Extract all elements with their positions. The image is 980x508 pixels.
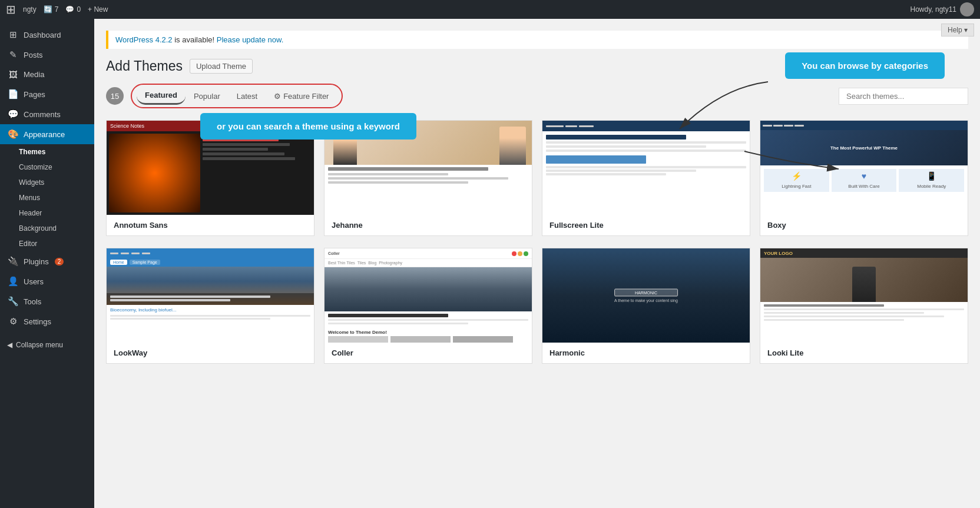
posts-icon: ✎ xyxy=(7,49,19,60)
theme-card-looki-lite[interactable]: YOUR LOGO Looki Lite xyxy=(760,248,968,364)
collapse-menu-button[interactable]: ◀ Collapse menu xyxy=(0,336,94,354)
sidebar-item-media[interactable]: 🖼 Media xyxy=(0,65,94,84)
howdy-label: Howdy, ngty11 xyxy=(911,2,975,16)
sidebar-item-users[interactable]: 👤 Users xyxy=(0,271,94,291)
page-title: Add Themes xyxy=(106,58,183,74)
sidebar-sub-customize[interactable]: Customize xyxy=(0,160,94,175)
sidebar-item-label: Users xyxy=(24,277,44,286)
sidebar-sub-header[interactable]: Header xyxy=(0,205,94,221)
theme-name: Looki Lite xyxy=(760,343,968,363)
sidebar-item-label: Settings xyxy=(24,317,51,326)
theme-thumbnail: YOUR LOGO xyxy=(760,248,968,343)
tools-icon: 🔧 xyxy=(7,296,19,307)
theme-name: Jehanne xyxy=(325,215,532,235)
sidebar-item-appearance[interactable]: 🎨 Appearance xyxy=(0,124,94,144)
search-themes-input[interactable] xyxy=(839,88,968,105)
theme-card-boxy[interactable]: The Most Powerful WP Theme ⚡ Lightning F… xyxy=(760,120,968,236)
plugins-icon: 🔌 xyxy=(7,256,19,267)
sidebar-sub-editor[interactable]: Editor xyxy=(0,236,94,251)
media-icon: 🖼 xyxy=(7,69,19,79)
plugins-badge: 2 xyxy=(55,258,64,265)
filter-tab-latest[interactable]: Latest xyxy=(229,88,266,104)
wp-logo-icon[interactable]: ⊞ xyxy=(6,2,16,16)
comments-icon: 💬 xyxy=(7,109,19,119)
theme-name: Boxy xyxy=(760,215,968,235)
sidebar-item-comments[interactable]: 💬 Comments xyxy=(0,104,94,124)
sidebar-item-label: Posts xyxy=(24,51,43,59)
theme-name: LookWay xyxy=(107,343,314,363)
filter-tab-feature-filter[interactable]: ⚙ Feature Filter xyxy=(266,88,337,104)
sidebar-item-label: Pages xyxy=(24,90,45,99)
sidebar-item-settings[interactable]: ⚙ Settings xyxy=(0,311,94,331)
theme-card-fullscreen-lite[interactable]: Fullscreen Lite xyxy=(542,120,750,236)
theme-thumbnail: The Most Powerful WP Theme ⚡ Lightning F… xyxy=(760,121,968,215)
sidebar-item-posts[interactable]: ✎ Posts xyxy=(0,45,94,65)
theme-card-lookway[interactable]: Home Sample Page Bioeconomy, Including b… xyxy=(106,248,314,364)
sidebar-sub-background[interactable]: Background xyxy=(0,221,94,236)
sidebar-item-dashboard[interactable]: ⊞ Dashboard xyxy=(0,25,94,45)
main-content: WordPress 4.2.2 is available! Please upd… xyxy=(94,19,980,508)
sidebar-item-label: Comments xyxy=(24,110,61,119)
theme-thumbnail: HARMONIC A theme to make your content si… xyxy=(542,248,750,343)
sidebar-item-label: Media xyxy=(24,70,44,79)
sidebar-sub-themes[interactable]: Themes xyxy=(0,144,94,160)
sidebar-item-label: Tools xyxy=(24,297,41,306)
sidebar-item-label: Appearance xyxy=(24,130,65,139)
help-button[interactable]: Help ▾ xyxy=(941,24,974,36)
filter-bar: 15 Featured Popular Latest ⚙ Feature Fil… xyxy=(106,84,968,108)
sidebar-sub-widgets[interactable]: Widgets xyxy=(0,175,94,190)
feature-filter-icon: ⚙ xyxy=(274,92,281,101)
theme-thumbnail: Coller Best Thin TilesTilesBlogPhotograp… xyxy=(325,248,532,343)
update-link[interactable]: WordPress 4.2.2 xyxy=(115,35,173,44)
site-name[interactable]: ngty xyxy=(23,5,37,14)
sidebar-item-label: Dashboard xyxy=(24,31,61,39)
pages-icon: 📄 xyxy=(7,89,19,99)
sidebar-sub-menus[interactable]: Menus xyxy=(0,190,94,205)
update-action-link[interactable]: Please update now. xyxy=(217,35,283,44)
search-bubble: or you can search a theme using a keywor… xyxy=(200,113,416,140)
theme-name: Harmonic xyxy=(542,343,750,363)
sidebar-item-tools[interactable]: 🔧 Tools xyxy=(0,291,94,311)
updates-item[interactable]: 🔄 7 xyxy=(44,5,59,14)
sidebar: ⊞ Dashboard ✎ Posts 🖼 Media 📄 Pages 💬 Co… xyxy=(0,19,94,508)
theme-card-harmonic[interactable]: HARMONIC A theme to make your content si… xyxy=(542,248,750,364)
comments-item[interactable]: 💬 0 xyxy=(65,5,81,14)
sidebar-item-pages[interactable]: 📄 Pages xyxy=(0,84,94,104)
update-notice: WordPress 4.2.2 is available! Please upd… xyxy=(106,31,968,49)
filter-tab-featured[interactable]: Featured xyxy=(137,87,186,105)
dashboard-icon: ⊞ xyxy=(7,29,19,40)
theme-thumbnail: Home Sample Page Bioeconomy, Including b… xyxy=(107,248,314,343)
update-notice-text: is available! xyxy=(174,35,217,44)
user-avatar xyxy=(960,2,974,16)
theme-name: Fullscreen Lite xyxy=(542,215,750,235)
themes-grid-row2: Home Sample Page Bioeconomy, Including b… xyxy=(106,248,968,364)
theme-name: Coller xyxy=(325,343,532,363)
theme-count-badge: 15 xyxy=(106,87,124,105)
sidebar-item-label: Plugins xyxy=(24,257,49,266)
upload-theme-button[interactable]: Upload Theme xyxy=(190,59,253,74)
sidebar-item-plugins[interactable]: 🔌 Plugins 2 xyxy=(0,251,94,271)
users-icon: 👤 xyxy=(7,276,19,287)
collapse-icon: ◀ xyxy=(7,341,12,349)
theme-name: Annotum Sans xyxy=(107,215,314,235)
admin-bar: ⊞ ngty 🔄 7 💬 0 + New Help ▾ Howdy, ngty1… xyxy=(0,0,980,19)
filter-tab-popular[interactable]: Popular xyxy=(186,88,229,104)
filter-tabs: Featured Popular Latest ⚙ Feature Filter xyxy=(131,84,343,108)
new-item[interactable]: + New xyxy=(88,5,108,14)
theme-thumbnail xyxy=(542,121,750,215)
browse-bubble: You can browse by categories xyxy=(785,52,945,79)
settings-icon: ⚙ xyxy=(7,316,19,327)
appearance-icon: 🎨 xyxy=(7,129,19,140)
theme-card-coller[interactable]: Coller Best Thin TilesTilesBlogPhotograp… xyxy=(324,248,532,364)
